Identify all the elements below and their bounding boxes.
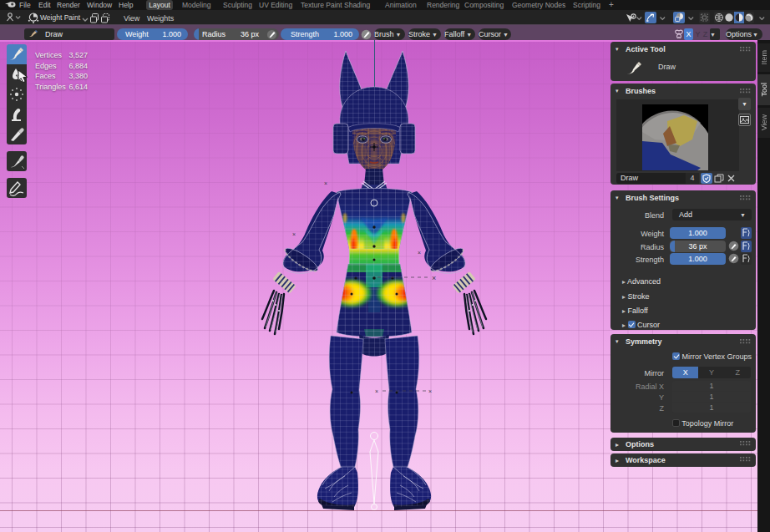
svg-text:×: × bbox=[428, 388, 432, 394]
svg-text:×: × bbox=[324, 180, 327, 186]
svg-text:×: × bbox=[292, 231, 296, 237]
svg-text:×: × bbox=[432, 274, 436, 282]
svg-text:×: × bbox=[375, 388, 378, 394]
svg-text:×: × bbox=[418, 250, 421, 256]
